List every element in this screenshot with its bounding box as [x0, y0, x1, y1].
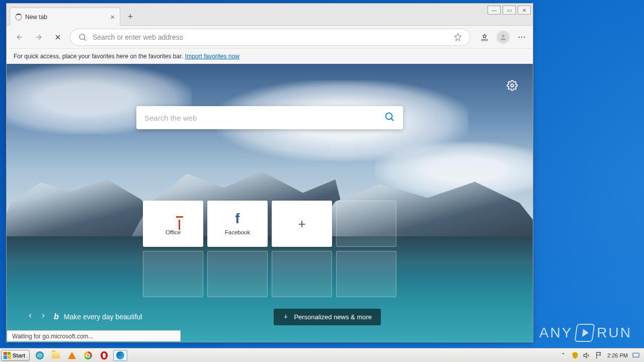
tile-placeholder[interactable] [272, 251, 332, 297]
windows-taskbar: Start ⌃ 2:26 PM [0, 348, 644, 362]
toolbar-right [475, 31, 527, 44]
new-tab-button[interactable]: + [123, 9, 137, 25]
tray-shield-icon[interactable] [571, 351, 579, 359]
tile-add[interactable]: + [272, 201, 332, 247]
news-expand-button[interactable]: Personalized news & more [274, 309, 381, 325]
page-content: Office f Facebook + b Make every day bea… [7, 64, 533, 342]
taskbar-opera[interactable] [97, 350, 111, 361]
back-button[interactable] [13, 30, 27, 44]
stop-reload-button[interactable] [51, 30, 65, 44]
web-search-box[interactable] [136, 106, 403, 129]
system-tray: ⌃ 2:26 PM [559, 351, 643, 359]
titlebar: New tab × + — ▭ ✕ [7, 4, 533, 26]
close-window-button[interactable]: ✕ [518, 6, 531, 15]
image-tagline: Make every day beautiful [64, 313, 142, 321]
forward-button[interactable] [32, 30, 46, 44]
favorite-star-icon[interactable] [453, 32, 463, 42]
svg-point-6 [386, 113, 392, 120]
edge-icon [116, 351, 124, 359]
tab-close-button[interactable]: × [110, 13, 115, 21]
windows-logo-icon [4, 352, 11, 359]
bing-icon: b [54, 312, 59, 321]
tray-clock[interactable]: 2:26 PM [607, 352, 628, 358]
tile-placeholder[interactable] [336, 251, 396, 297]
taskbar-chrome[interactable] [81, 350, 95, 361]
arrow-down-icon [283, 313, 289, 321]
image-nav [27, 312, 47, 321]
tab-title: New tab [25, 14, 47, 21]
taskbar-items [33, 350, 127, 361]
image-prev-button[interactable] [27, 312, 34, 321]
web-search-input[interactable] [144, 114, 384, 122]
tray-show-desktop[interactable] [632, 351, 640, 359]
image-next-button[interactable] [40, 312, 47, 321]
more-menu-icon[interactable] [517, 32, 527, 42]
web-search-submit-icon[interactable] [384, 111, 395, 124]
svg-rect-7 [633, 353, 639, 357]
svg-point-0 [79, 34, 85, 40]
edge-browser-window: New tab × + — ▭ ✕ For quick access, plac… [6, 3, 533, 342]
taskbar-explorer[interactable] [49, 350, 63, 361]
svg-point-3 [521, 36, 522, 37]
loading-spinner-icon [15, 14, 22, 21]
news-button-label: Personalized news & more [294, 313, 372, 321]
svg-point-4 [524, 36, 525, 37]
tray-volume-icon[interactable] [583, 351, 591, 359]
search-icon [77, 32, 88, 42]
vlc-icon [68, 352, 76, 359]
tile-label: Facebook [225, 229, 251, 235]
plus-icon: + [298, 216, 305, 232]
image-info-bar: b Make every day beautiful Personalized … [27, 307, 513, 327]
import-favorites-link[interactable]: Import favorites now [185, 53, 239, 60]
favorites-list-icon[interactable] [479, 32, 490, 42]
start-label: Start [13, 352, 25, 358]
taskbar-vlc[interactable] [65, 350, 79, 361]
taskbar-ie[interactable] [33, 350, 47, 361]
opera-icon [101, 351, 108, 359]
facebook-icon: f [231, 212, 244, 225]
tile-placeholder[interactable] [336, 201, 396, 247]
office-icon [167, 212, 180, 225]
tile-office[interactable]: Office [143, 201, 203, 247]
quick-links-grid: Office f Facebook + [143, 201, 396, 297]
ie-icon [36, 351, 44, 359]
play-icon [575, 324, 595, 342]
taskbar-edge[interactable] [113, 350, 127, 361]
status-text: Waiting for go.microsoft.com... [12, 333, 94, 340]
svg-point-5 [511, 84, 514, 87]
svg-point-1 [502, 34, 504, 37]
favorites-hint-text: For quick access, place your favorites h… [14, 53, 183, 60]
browser-tab[interactable]: New tab × [10, 8, 120, 26]
favorites-bar: For quick access, place your favorites h… [7, 49, 533, 64]
start-button[interactable]: Start [1, 350, 30, 361]
tile-placeholder[interactable] [207, 251, 268, 297]
tile-facebook[interactable]: f Facebook [207, 201, 268, 247]
toolbar [7, 26, 533, 49]
tile-label: Office [166, 229, 181, 235]
tile-placeholder[interactable] [143, 251, 203, 297]
page-settings-button[interactable] [507, 80, 518, 93]
minimize-button[interactable]: — [488, 6, 501, 15]
anyrun-watermark: ANY RUN [539, 324, 632, 342]
folder-icon [52, 352, 60, 358]
window-controls: — ▭ ✕ [488, 6, 531, 15]
address-input[interactable] [93, 33, 448, 41]
profile-avatar[interactable] [497, 31, 510, 44]
maximize-button[interactable]: ▭ [503, 6, 516, 15]
tray-flag-icon[interactable] [595, 351, 603, 359]
address-bar[interactable] [70, 29, 470, 46]
browser-status-bar: Waiting for go.microsoft.com... [7, 330, 181, 341]
tray-expand-icon[interactable]: ⌃ [559, 351, 567, 359]
chrome-icon [84, 351, 92, 359]
svg-point-2 [519, 36, 520, 37]
